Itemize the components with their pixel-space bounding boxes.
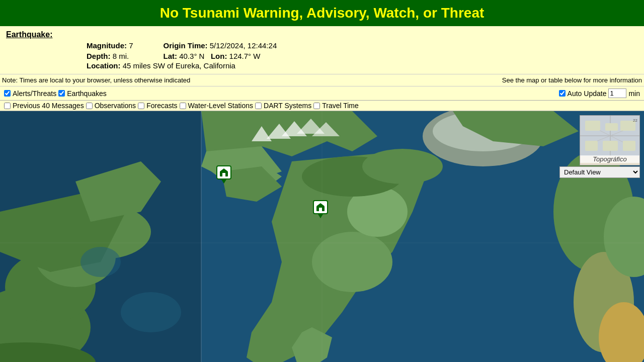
origin-time-value: 5/12/2024, 12:44:24 bbox=[210, 41, 277, 50]
view-dropdown-container[interactable]: Default View Satellite View Terrain View… bbox=[559, 166, 640, 178]
svg-point-31 bbox=[121, 292, 181, 332]
waterlevel-checkbox-group[interactable]: Water-Level Stations bbox=[180, 102, 253, 110]
forecasts-checkbox[interactable] bbox=[138, 103, 144, 109]
observations-label: Observations bbox=[95, 102, 136, 110]
previous40-checkbox[interactable] bbox=[4, 103, 11, 109]
svg-rect-51 bbox=[603, 141, 618, 151]
previous40-checkbox-group[interactable]: Previous 40 Messages bbox=[4, 102, 84, 110]
waterlevel-label: Water-Level Stations bbox=[188, 102, 253, 110]
svg-point-23 bbox=[362, 149, 443, 184]
svg-rect-41 bbox=[319, 208, 322, 211]
eq-col-right: Origin Time: 5/12/2024, 12:44:24 Lat: 40… bbox=[164, 41, 277, 60]
waterlevel-checkbox[interactable] bbox=[180, 103, 186, 109]
observations-checkbox-group[interactable]: Observations bbox=[86, 102, 136, 110]
depth-value: 8 mi. bbox=[113, 52, 129, 60]
lat-value: 40.3° N bbox=[179, 52, 204, 60]
svg-rect-38 bbox=[222, 173, 225, 176]
note-row: Note: Times are local to your browser, u… bbox=[0, 74, 644, 86]
lon-label: Lon: bbox=[211, 52, 227, 60]
earthquakes-checkbox[interactable] bbox=[58, 90, 65, 97]
auto-update-checkbox[interactable] bbox=[559, 90, 566, 97]
traveltime-label: Travel Time bbox=[322, 102, 359, 110]
eq-col-left: Magnitude: 7 Depth: 8 mi. bbox=[87, 41, 133, 60]
svg-text:22: 22 bbox=[633, 118, 637, 123]
lat-label: Lat: bbox=[164, 52, 178, 60]
svg-marker-37 bbox=[220, 168, 228, 171]
alerts-checkbox-group[interactable]: Alerts/Threats bbox=[4, 89, 56, 98]
map-container[interactable]: 22 Topográfico Default View Satellite Vi… bbox=[0, 111, 644, 362]
svg-rect-48 bbox=[605, 123, 618, 131]
auto-update-input[interactable] bbox=[608, 88, 626, 98]
marker-tail-1 bbox=[221, 179, 226, 184]
inset-map-label: Topográfico bbox=[580, 155, 639, 163]
observations-checkbox[interactable] bbox=[86, 103, 93, 109]
auto-update-checkbox-group[interactable]: Auto Update bbox=[559, 89, 607, 98]
inset-map[interactable]: 22 Topográfico bbox=[580, 115, 640, 165]
magnitude-label: Magnitude: bbox=[87, 41, 127, 50]
origin-time-row: Origin Time: 5/12/2024, 12:44:24 bbox=[164, 41, 277, 50]
marker-icon-1 bbox=[216, 165, 231, 179]
depth-label: Depth: bbox=[87, 52, 111, 60]
map-marker-2[interactable] bbox=[313, 200, 328, 218]
location-value: 45 miles SW of Eureka, California bbox=[123, 61, 235, 70]
note-left: Note: Times are local to your browser, u… bbox=[2, 76, 190, 84]
marker-icon-2 bbox=[313, 200, 328, 214]
earthquakes-label: Earthquakes bbox=[67, 89, 107, 98]
earthquake-label: Earthquake: bbox=[6, 30, 638, 39]
auto-update-group: Auto Update min bbox=[559, 88, 640, 98]
controls-row-2: Previous 40 Messages Observations Foreca… bbox=[0, 101, 644, 111]
view-dropdown[interactable]: Default View Satellite View Terrain View… bbox=[559, 166, 640, 178]
traveltime-checkbox-group[interactable]: Travel Time bbox=[313, 102, 359, 110]
alerts-checkbox[interactable] bbox=[4, 90, 11, 97]
marker-tail-2 bbox=[318, 214, 323, 218]
svg-marker-40 bbox=[316, 203, 325, 206]
svg-point-32 bbox=[80, 247, 121, 277]
lon-value: 124.7° W bbox=[229, 52, 261, 60]
magnitude-row: Magnitude: 7 bbox=[87, 41, 133, 50]
location-row: Location: 45 miles SW of Eureka, Califor… bbox=[87, 61, 638, 70]
alerts-label: Alerts/Threats bbox=[13, 89, 56, 98]
eq-details: Magnitude: 7 Depth: 8 mi. Origin Time: 5… bbox=[87, 41, 638, 60]
earthquake-info: Earthquake: Magnitude: 7 Depth: 8 mi. Or… bbox=[0, 26, 644, 74]
map-marker-1[interactable] bbox=[216, 165, 231, 184]
svg-rect-52 bbox=[623, 141, 635, 151]
forecasts-label: Forecasts bbox=[146, 102, 177, 110]
forecasts-checkbox-group[interactable]: Forecasts bbox=[138, 102, 177, 110]
depth-row: Depth: 8 mi. bbox=[87, 52, 133, 60]
magnitude-value: 7 bbox=[129, 41, 133, 50]
auto-update-unit: min bbox=[628, 89, 640, 98]
traveltime-checkbox[interactable] bbox=[313, 103, 320, 109]
svg-rect-50 bbox=[585, 141, 598, 151]
location-label: Location: bbox=[87, 61, 121, 70]
svg-point-19 bbox=[312, 232, 392, 292]
header-title: No Tsunami Warning, Advisory, Watch, or … bbox=[160, 5, 485, 21]
map-svg bbox=[0, 111, 644, 362]
note-right: See the map or table below for more info… bbox=[502, 76, 642, 84]
dart-checkbox-group[interactable]: DART Systems bbox=[255, 102, 311, 110]
header-banner: No Tsunami Warning, Advisory, Watch, or … bbox=[0, 0, 644, 26]
earthquakes-checkbox-group[interactable]: Earthquakes bbox=[58, 89, 107, 98]
dart-label: DART Systems bbox=[264, 102, 311, 110]
origin-time-label: Origin Time: bbox=[164, 41, 208, 50]
auto-update-label: Auto Update bbox=[568, 89, 607, 98]
controls-row-1: Alerts/Threats Earthquakes Auto Update m… bbox=[0, 86, 644, 101]
latlon-row: Lat: 40.3° N Lon: 124.7° W bbox=[164, 52, 277, 60]
dart-checkbox[interactable] bbox=[255, 103, 262, 109]
svg-rect-47 bbox=[585, 121, 600, 131]
previous40-label: Previous 40 Messages bbox=[13, 102, 84, 110]
